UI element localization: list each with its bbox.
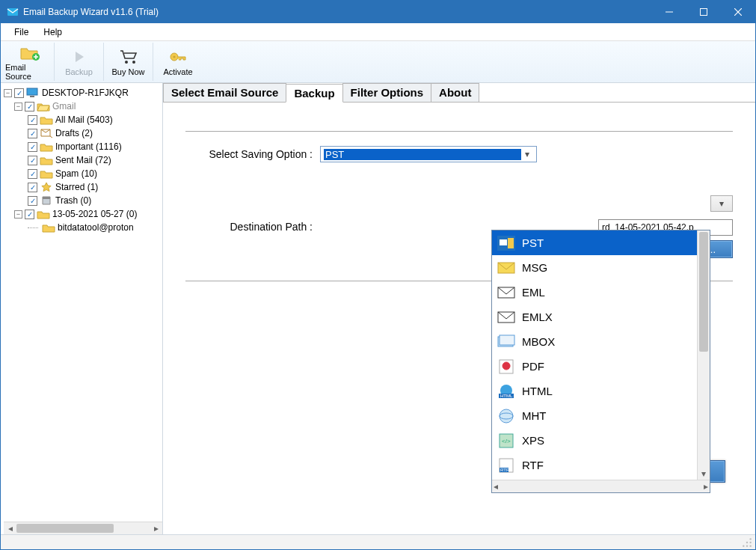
checkbox-icon[interactable] [28,183,37,192]
dropdown-hscrollbar[interactable]: ◂ ▸ [492,480,710,492]
scroll-thumb[interactable] [16,524,114,533]
dropdown-item-eml[interactable]: EML [492,280,710,305]
checkbox-icon[interactable] [28,196,37,206]
scroll-left-icon[interactable]: ◂ [4,523,16,534]
checkbox-icon[interactable] [14,88,24,98]
svg-rect-0 [7,8,18,16]
toolbar-email-source[interactable]: Email Source [5,43,55,81]
dropdown-list[interactable]: PSTMSGEMLEMLXMBOXPDFHTMLHTMLMHT</>XPSRTF… [492,230,710,480]
tree-folder[interactable]: Sent Mail (72) [4,153,162,167]
tab-strip: Select Email Source Backup Filter Option… [163,83,755,103]
tree-label: 13-05-2021 05-27 (0) [52,209,137,219]
tree-folder[interactable]: Starred (1) [4,180,162,194]
tree-label: Starred (1) [55,182,98,192]
close-button[interactable] [721,1,755,23]
dropdown-item-label: PDF [522,360,544,373]
toolbar-label: Buy Now [111,67,144,76]
tab-about[interactable]: About [431,83,479,102]
folder-icon [40,168,53,179]
checkbox-icon[interactable] [25,210,34,219]
dropdown-item-mht[interactable]: MHT [492,403,710,428]
language-combo[interactable]: ▾ [710,195,733,212]
folder-icon [40,128,53,138]
dropdown-item-msg[interactable]: MSG [492,255,710,280]
tree-account[interactable]: − 13-05-2021 05-27 (0) [4,207,162,221]
collapse-icon[interactable]: − [4,89,12,97]
svg-point-7 [132,61,135,64]
checkbox-icon[interactable] [28,129,37,138]
scroll-right-icon[interactable]: ▸ [704,481,708,492]
scroll-down-icon[interactable]: ▾ [698,467,710,480]
svg-point-9 [173,55,175,58]
dropdown-item-xps[interactable]: </>XPS [492,428,710,453]
toolbar-buy-now[interactable]: Buy Now [104,43,153,81]
toolbar: Email Source Backup Buy Now Activate [1,41,755,83]
tree-folder[interactable]: Trash (0) [4,194,162,207]
tree-hscrollbar[interactable]: ◂ ▸ [4,522,162,534]
maximize-button[interactable] [686,1,721,23]
toolbar-backup[interactable]: Backup [55,43,104,81]
dropdown-item-label: EML [522,286,545,299]
scroll-right-icon[interactable]: ▸ [150,523,162,534]
dropdown-item-rtf[interactable]: RTFRTF [492,453,710,477]
dropdown-item-mbox[interactable]: MBOX [492,329,710,354]
checkbox-icon[interactable] [25,102,34,111]
svg-rect-10 [27,88,37,95]
scroll-left-icon[interactable]: ◂ [494,481,498,492]
svg-point-34 [746,541,748,543]
checkbox-icon[interactable] [28,169,37,179]
tree-leaf[interactable]: bitdatatool@proton [4,221,162,234]
dropdown-item-pst[interactable]: PST [492,230,710,255]
tree-folder[interactable]: All Mail (5403) [4,113,162,126]
dropdown-vscrollbar[interactable]: ▾ [697,230,710,480]
menu-file[interactable]: File [7,25,36,39]
dropdown-item-pdf[interactable]: PDF [492,354,710,379]
tree-folder[interactable]: Spam (10) [4,167,162,180]
dropdown-item-label: PST [522,236,544,249]
tree-root[interactable]: − DESKTOP-R1FJKQR [4,86,162,100]
saving-option-label: Select Saving Option : [185,148,320,160]
play-icon [69,48,90,66]
resize-grip-icon[interactable] [742,537,752,548]
tree-account[interactable]: − Gmail [4,100,162,113]
folder-icon [40,182,53,192]
menu-help[interactable]: Help [36,25,70,39]
folder-tree[interactable]: − DESKTOP-R1FJKQR − Gmail All Mail (5403… [1,83,163,534]
svg-text:HTML: HTML [500,394,513,398]
dropdown-item-label: MSG [522,261,547,274]
chevron-down-icon: ▾ [521,149,533,159]
tree-label: Gmail [52,101,76,111]
tab-filter-options[interactable]: Filter Options [342,83,432,102]
format-icon [497,334,516,350]
tree-connector [28,227,38,228]
dropdown-item-emlx[interactable]: EMLX [492,305,710,329]
scroll-track[interactable] [16,522,150,534]
checkbox-icon[interactable] [28,156,37,165]
folder-open-icon [37,101,50,111]
app-icon [7,6,19,18]
saving-option-combo[interactable]: PST ▾ [320,146,537,162]
combo-value: PST [324,149,521,160]
destination-path-label: Destination Path : [185,221,320,233]
checkbox-icon[interactable] [28,115,37,125]
tab-backup[interactable]: Backup [286,84,342,103]
scroll-thumb[interactable] [699,232,708,352]
key-icon [168,48,188,66]
tree-label: Important (1116) [55,141,122,152]
format-icon: </> [497,433,516,449]
collapse-icon[interactable]: − [14,210,22,219]
tree-folder[interactable]: Important (1116) [4,140,162,153]
tab-select-email-source[interactable]: Select Email Source [163,83,286,102]
svg-point-32 [750,541,752,543]
dropdown-item-html[interactable]: HTMLHTML [492,379,710,403]
tree-label: All Mail (5403) [55,114,113,125]
saving-option-dropdown[interactable]: PSTMSGEMLEMLXMBOXPDFHTMLHTMLMHT</>XPSRTF… [491,230,710,493]
collapse-icon[interactable]: − [14,103,22,111]
body-area: − DESKTOP-R1FJKQR − Gmail All Mail (5403… [1,83,755,534]
tree-folder[interactable]: Drafts (2) [4,126,162,140]
toolbar-activate[interactable]: Activate [153,43,203,81]
statusbar [1,534,755,549]
format-icon [497,260,516,276]
minimize-button[interactable] [652,1,686,23]
checkbox-icon[interactable] [28,142,37,152]
